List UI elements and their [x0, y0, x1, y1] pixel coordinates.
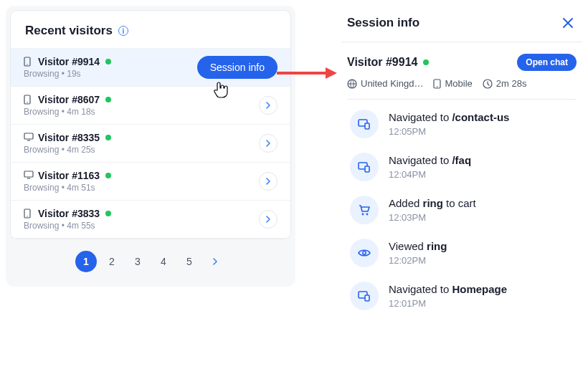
recent-visitors-card: Recent visitors i Visitor #9914Browsing … [10, 10, 291, 239]
svg-rect-16 [365, 166, 369, 172]
navigate-icon [350, 110, 379, 138]
expand-row-button[interactable] [259, 210, 278, 229]
svg-rect-4 [24, 133, 33, 139]
visitor-row[interactable]: Visitor #9914Browsing • 19sSession info [11, 49, 290, 87]
visitor-row[interactable]: Visitor #8335Browsing • 4m 25s [11, 125, 290, 163]
timeline-item: Navigated to Homepage12:01PM [350, 282, 577, 325]
pagination: 12345 [6, 239, 295, 275]
desktop-icon [24, 133, 32, 143]
visitor-row-content: Visitor #8335Browsing • 4m 25s [24, 132, 111, 155]
navigate-icon [350, 282, 379, 310]
eye-icon [350, 239, 379, 267]
visitor-name: Visitor #3833 [38, 208, 100, 219]
recent-visitors-panel: Recent visitors i Visitor #9914Browsing … [6, 6, 295, 287]
svg-rect-5 [24, 171, 33, 177]
status-online-dot [105, 97, 111, 102]
duration-label: 2m 28s [496, 78, 527, 89]
timeline-item: Navigated to /faq12:04PM [350, 153, 577, 196]
timeline-body: Navigated to /contact-us12:05PM [389, 110, 509, 138]
visitor-row[interactable]: Visitor #1163Browsing • 4m 51s [11, 163, 290, 201]
svg-point-3 [27, 102, 27, 102]
visitor-name: Visitor #9914 [38, 56, 100, 67]
session-detail: Visitor #9914 Open chat United Kingd… Mo… [341, 42, 582, 325]
timeline-item: Navigated to /contact-us12:05PM [350, 110, 577, 153]
svg-point-7 [27, 216, 27, 216]
visitor-name-row: Visitor #9914 [347, 56, 429, 69]
page-2[interactable]: 2 [101, 251, 123, 272]
session-meta: United Kingd… Mobile 2m 28s [347, 78, 577, 100]
visitor-name: Visitor #1163 [38, 170, 100, 181]
status-online-dot [105, 173, 111, 178]
visitor-row-top: Visitor #8335 [24, 132, 111, 143]
cart-icon [350, 196, 379, 224]
device-label: Mobile [445, 78, 472, 89]
navigate-icon [350, 153, 379, 181]
close-icon[interactable] [559, 14, 577, 32]
timeline-time: 12:01PM [389, 298, 507, 309]
info-icon[interactable]: i [118, 26, 128, 36]
visitor-name: Visitor #9914 [347, 56, 417, 69]
visitor-list: Visitor #9914Browsing • 19sSession infoV… [11, 49, 290, 239]
timeline-text: Added ring to cart [389, 197, 476, 209]
expand-row-button[interactable] [259, 172, 278, 191]
visitor-row-top: Visitor #3833 [24, 208, 111, 219]
mobile-icon [24, 208, 32, 219]
expand-row-button[interactable] [259, 134, 278, 153]
svg-point-11 [437, 86, 438, 87]
visitor-row-top: Visitor #9914 [24, 56, 111, 67]
svg-point-18 [366, 214, 369, 216]
session-info-title: Session info [347, 16, 419, 30]
visitor-row-content: Visitor #9914Browsing • 19s [24, 56, 111, 79]
session-info-header: Session info [341, 6, 582, 42]
session-info-button[interactable]: Session info [197, 56, 278, 79]
timeline-text: Navigated to /contact-us [389, 111, 509, 123]
status-online-dot [105, 135, 111, 140]
detail-top: Visitor #9914 Open chat [347, 54, 577, 71]
visitor-status: Browsing • 4m 18s [24, 107, 111, 117]
card-header: Recent visitors i [11, 11, 290, 49]
country-label: United Kingd… [361, 78, 423, 89]
timeline-item: Added ring to cart12:03PM [350, 196, 577, 239]
page-5[interactable]: 5 [179, 251, 200, 272]
session-timeline: Navigated to /contact-us12:05PMNavigated… [347, 100, 577, 325]
visitor-row-top: Visitor #1163 [24, 170, 111, 181]
visitor-name: Visitor #8335 [38, 132, 100, 143]
mobile-icon [24, 57, 32, 67]
timeline-time: 12:02PM [389, 255, 447, 266]
timeline-time: 12:04PM [389, 169, 471, 180]
visitor-row[interactable]: Visitor #8607Browsing • 4m 18s [11, 87, 290, 125]
next-page-button[interactable] [204, 251, 226, 272]
visitor-row-content: Visitor #3833Browsing • 4m 55s [24, 208, 111, 231]
globe-icon [347, 79, 357, 89]
svg-rect-14 [365, 123, 369, 129]
visitor-row-content: Visitor #1163Browsing • 4m 51s [24, 170, 111, 193]
timeline-text: Viewed ring [389, 240, 447, 252]
svg-point-17 [362, 214, 364, 216]
timeline-text: Navigated to Homepage [389, 283, 507, 295]
status-online-dot [423, 59, 429, 65]
desktop-icon [24, 171, 32, 181]
visitor-row-content: Visitor #8607Browsing • 4m 18s [24, 94, 111, 117]
clock-icon [483, 79, 493, 89]
visitor-row[interactable]: Visitor #3833Browsing • 4m 55s [11, 201, 290, 239]
open-chat-button[interactable]: Open chat [517, 54, 577, 71]
mobile-icon [24, 95, 32, 105]
expand-row-button[interactable] [259, 96, 278, 115]
timeline-body: Added ring to cart12:03PM [389, 196, 476, 224]
timeline-time: 12:05PM [389, 126, 509, 137]
page-4[interactable]: 4 [153, 251, 174, 272]
page-1[interactable]: 1 [75, 251, 97, 272]
meta-device: Mobile [433, 78, 472, 89]
meta-country: United Kingd… [347, 78, 423, 89]
status-online-dot [105, 211, 111, 216]
svg-point-1 [27, 64, 27, 64]
card-title: Recent visitors [25, 24, 113, 38]
page-3[interactable]: 3 [127, 251, 148, 272]
visitor-name: Visitor #8607 [38, 94, 100, 105]
timeline-text: Navigated to /faq [389, 154, 471, 166]
visitor-row-top: Visitor #8607 [24, 94, 111, 105]
mobile-icon [433, 79, 441, 89]
visitor-status: Browsing • 4m 25s [24, 145, 111, 155]
timeline-item: Viewed ring12:02PM [350, 239, 577, 282]
timeline-body: Navigated to Homepage12:01PM [389, 282, 507, 310]
